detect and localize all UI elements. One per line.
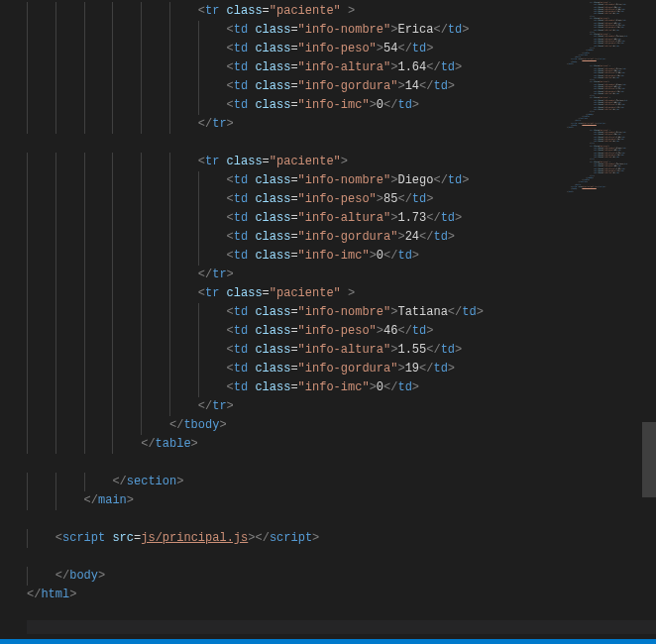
code-line[interactable]: <td class="info-nombre">Tatiana</td> — [27, 303, 565, 322]
code-line[interactable]: <td class="info-gordura">14</td> — [27, 77, 565, 96]
code-line[interactable]: <tr class="paciente" > — [27, 2, 565, 21]
code-editor[interactable]: <tr class="paciente" > <td class="info-n… — [0, 0, 565, 644]
code-line[interactable]: </section> — [27, 473, 565, 491]
code-line[interactable]: <td class="info-altura">1.55</td> — [27, 341, 565, 360]
code-line[interactable] — [27, 454, 565, 473]
code-line[interactable]: </html> — [27, 586, 565, 604]
code-line[interactable]: <tr class="paciente"> — [27, 153, 565, 171]
status-bar[interactable] — [0, 639, 656, 644]
code-line[interactable]: </table> — [27, 435, 565, 454]
code-line[interactable]: <td class="info-imc">0</td> — [27, 96, 565, 115]
code-line[interactable]: <td class="info-gordura">24</td> — [27, 228, 565, 247]
code-line[interactable] — [27, 134, 565, 153]
code-line[interactable]: </tr> — [27, 266, 565, 284]
code-line[interactable] — [27, 510, 565, 529]
code-line[interactable]: <td class="info-nombre">Erica</td> — [27, 21, 565, 40]
code-line[interactable]: </tbody> — [27, 416, 565, 435]
code-line[interactable]: <td class="info-peso">46</td> — [27, 322, 565, 341]
code-line[interactable]: <td class="info-nombre">Diego</td> — [27, 171, 565, 190]
vertical-scrollbar-track[interactable] — [642, 0, 656, 634]
panel-header[interactable] — [27, 620, 656, 634]
code-line[interactable]: <td class="info-imc">0</td> — [27, 378, 565, 397]
code-line[interactable]: <tr class="paciente" > — [27, 284, 565, 303]
code-line[interactable]: </tr> — [27, 397, 565, 416]
code-line[interactable]: <td class="info-imc">0</td> — [27, 247, 565, 266]
code-line[interactable]: <td class="info-peso">85</td> — [27, 190, 565, 209]
code-line[interactable] — [27, 548, 565, 567]
code-line[interactable]: <td class="info-altura">1.73</td> — [27, 209, 565, 228]
code-line[interactable]: </body> — [27, 567, 565, 586]
code-line[interactable]: </main> — [27, 491, 565, 510]
minimap[interactable]: <tr class="paciente" > <td class="info-n… — [565, 0, 642, 634]
code-line[interactable]: </tr> — [27, 115, 565, 134]
vertical-scrollbar-thumb[interactable] — [642, 422, 656, 497]
code-line[interactable]: <td class="info-peso">54</td> — [27, 40, 565, 58]
code-line[interactable]: <script src=js/principal.js></script> — [27, 529, 565, 548]
code-line[interactable]: <td class="info-altura">1.64</td> — [27, 58, 565, 77]
code-line[interactable]: <td class="info-gordura">19</td> — [27, 360, 565, 378]
